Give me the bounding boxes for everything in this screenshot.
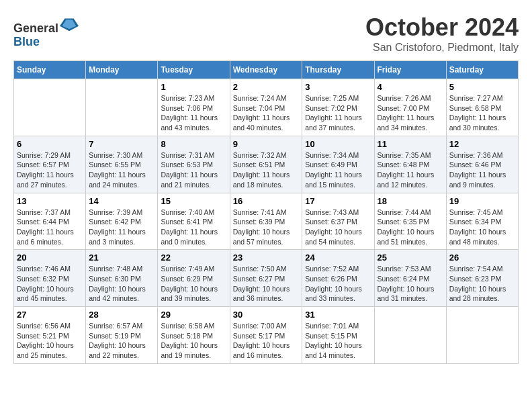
calendar-cell: 10Sunrise: 7:34 AM Sunset: 6:49 PM Dayli… bbox=[302, 136, 374, 193]
col-header-sunday: Sunday bbox=[14, 61, 86, 79]
location: San Cristoforo, Piedmont, Italy bbox=[365, 42, 519, 54]
cell-text: Sunrise: 7:00 AM Sunset: 5:17 PM Dayligh… bbox=[233, 321, 300, 361]
calendar-cell: 23Sunrise: 7:50 AM Sunset: 6:27 PM Dayli… bbox=[230, 250, 302, 307]
cell-text: Sunrise: 7:39 AM Sunset: 6:42 PM Dayligh… bbox=[89, 208, 154, 247]
calendar-cell: 18Sunrise: 7:44 AM Sunset: 6:35 PM Dayli… bbox=[374, 193, 446, 250]
cell-text: Sunrise: 7:30 AM Sunset: 6:55 PM Dayligh… bbox=[89, 150, 154, 190]
cell-text: Sunrise: 7:46 AM Sunset: 6:32 PM Dayligh… bbox=[17, 264, 83, 304]
cell-text: Sunrise: 7:25 AM Sunset: 7:02 PM Dayligh… bbox=[305, 93, 371, 133]
cell-text: Sunrise: 7:41 AM Sunset: 6:39 PM Dayligh… bbox=[233, 208, 300, 247]
day-number: 23 bbox=[233, 253, 300, 263]
cell-text: Sunrise: 7:44 AM Sunset: 6:35 PM Dayligh… bbox=[378, 208, 443, 247]
week-row-5: 27Sunrise: 6:56 AM Sunset: 5:21 PM Dayli… bbox=[14, 307, 519, 364]
cell-text: Sunrise: 7:49 AM Sunset: 6:29 PM Dayligh… bbox=[161, 264, 226, 304]
cell-text: Sunrise: 7:29 AM Sunset: 6:57 PM Dayligh… bbox=[17, 150, 83, 190]
cell-text: Sunrise: 7:35 AM Sunset: 6:48 PM Dayligh… bbox=[378, 150, 443, 190]
col-header-saturday: Saturday bbox=[446, 61, 518, 79]
day-number: 20 bbox=[17, 253, 83, 263]
calendar-cell: 21Sunrise: 7:48 AM Sunset: 6:30 PM Dayli… bbox=[86, 250, 158, 307]
day-number: 22 bbox=[161, 253, 226, 263]
day-number: 9 bbox=[233, 139, 300, 149]
calendar-cell: 22Sunrise: 7:49 AM Sunset: 6:29 PM Dayli… bbox=[158, 250, 230, 307]
logo-icon bbox=[60, 13, 79, 32]
calendar-cell: 9Sunrise: 7:32 AM Sunset: 6:51 PM Daylig… bbox=[230, 136, 302, 193]
calendar-cell: 26Sunrise: 7:54 AM Sunset: 6:23 PM Dayli… bbox=[446, 250, 518, 307]
logo: General Blue bbox=[13, 13, 79, 49]
calendar-cell bbox=[86, 79, 158, 136]
col-header-tuesday: Tuesday bbox=[158, 61, 230, 79]
day-number: 11 bbox=[378, 139, 443, 149]
calendar-cell bbox=[446, 307, 518, 364]
week-row-1: 1Sunrise: 7:23 AM Sunset: 7:06 PM Daylig… bbox=[14, 79, 519, 136]
day-number: 28 bbox=[89, 310, 154, 320]
logo-general: General bbox=[13, 21, 58, 35]
calendar-cell: 14Sunrise: 7:39 AM Sunset: 6:42 PM Dayli… bbox=[86, 193, 158, 250]
day-number: 1 bbox=[161, 82, 226, 92]
calendar-table: SundayMondayTuesdayWednesdayThursdayFrid… bbox=[13, 60, 519, 364]
cell-text: Sunrise: 7:48 AM Sunset: 6:30 PM Dayligh… bbox=[89, 264, 154, 304]
cell-text: Sunrise: 6:56 AM Sunset: 5:21 PM Dayligh… bbox=[17, 321, 83, 361]
day-number: 12 bbox=[449, 139, 515, 149]
day-number: 18 bbox=[378, 196, 443, 206]
calendar-cell: 20Sunrise: 7:46 AM Sunset: 6:32 PM Dayli… bbox=[14, 250, 86, 307]
day-number: 27 bbox=[17, 310, 83, 320]
month-title: October 2024 bbox=[365, 13, 519, 42]
calendar-cell: 6Sunrise: 7:29 AM Sunset: 6:57 PM Daylig… bbox=[14, 136, 86, 193]
day-number: 25 bbox=[378, 253, 443, 263]
day-number: 15 bbox=[161, 196, 226, 206]
calendar-cell: 30Sunrise: 7:00 AM Sunset: 5:17 PM Dayli… bbox=[230, 307, 302, 364]
calendar-cell: 24Sunrise: 7:52 AM Sunset: 6:26 PM Dayli… bbox=[302, 250, 374, 307]
cell-text: Sunrise: 7:45 AM Sunset: 6:34 PM Dayligh… bbox=[449, 208, 515, 247]
day-number: 29 bbox=[161, 310, 226, 320]
title-block: October 2024 San Cristoforo, Piedmont, I… bbox=[365, 13, 519, 54]
day-number: 14 bbox=[89, 196, 154, 206]
calendar-cell: 13Sunrise: 7:37 AM Sunset: 6:44 PM Dayli… bbox=[14, 193, 86, 250]
calendar-cell: 28Sunrise: 6:57 AM Sunset: 5:19 PM Dayli… bbox=[86, 307, 158, 364]
day-number: 17 bbox=[305, 196, 371, 206]
cell-text: Sunrise: 7:53 AM Sunset: 6:24 PM Dayligh… bbox=[378, 264, 443, 304]
calendar-cell: 19Sunrise: 7:45 AM Sunset: 6:34 PM Dayli… bbox=[446, 193, 518, 250]
day-number: 21 bbox=[89, 253, 154, 263]
calendar-cell: 31Sunrise: 7:01 AM Sunset: 5:15 PM Dayli… bbox=[302, 307, 374, 364]
calendar-cell: 27Sunrise: 6:56 AM Sunset: 5:21 PM Dayli… bbox=[14, 307, 86, 364]
day-number: 7 bbox=[89, 139, 154, 149]
calendar-cell: 29Sunrise: 6:58 AM Sunset: 5:18 PM Dayli… bbox=[158, 307, 230, 364]
calendar-cell: 7Sunrise: 7:30 AM Sunset: 6:55 PM Daylig… bbox=[86, 136, 158, 193]
day-number: 6 bbox=[17, 139, 83, 149]
page-header: General Blue October 2024 San Cristoforo… bbox=[13, 13, 519, 54]
day-number: 13 bbox=[17, 196, 83, 206]
cell-text: Sunrise: 7:40 AM Sunset: 6:41 PM Dayligh… bbox=[161, 208, 226, 247]
calendar-cell: 11Sunrise: 7:35 AM Sunset: 6:48 PM Dayli… bbox=[374, 136, 446, 193]
calendar-cell: 1Sunrise: 7:23 AM Sunset: 7:06 PM Daylig… bbox=[158, 79, 230, 136]
header-row: SundayMondayTuesdayWednesdayThursdayFrid… bbox=[14, 61, 519, 79]
calendar-cell: 15Sunrise: 7:40 AM Sunset: 6:41 PM Dayli… bbox=[158, 193, 230, 250]
calendar-cell: 16Sunrise: 7:41 AM Sunset: 6:39 PM Dayli… bbox=[230, 193, 302, 250]
col-header-friday: Friday bbox=[374, 61, 446, 79]
logo-text: General bbox=[13, 13, 79, 36]
cell-text: Sunrise: 6:58 AM Sunset: 5:18 PM Dayligh… bbox=[161, 321, 226, 361]
day-number: 19 bbox=[449, 196, 515, 206]
calendar-cell: 3Sunrise: 7:25 AM Sunset: 7:02 PM Daylig… bbox=[302, 79, 374, 136]
cell-text: Sunrise: 7:31 AM Sunset: 6:53 PM Dayligh… bbox=[161, 150, 226, 190]
day-number: 2 bbox=[233, 82, 300, 92]
calendar-cell: 25Sunrise: 7:53 AM Sunset: 6:24 PM Dayli… bbox=[374, 250, 446, 307]
day-number: 4 bbox=[378, 82, 443, 92]
col-header-monday: Monday bbox=[86, 61, 158, 79]
calendar-cell: 12Sunrise: 7:36 AM Sunset: 6:46 PM Dayli… bbox=[446, 136, 518, 193]
cell-text: Sunrise: 7:27 AM Sunset: 6:58 PM Dayligh… bbox=[449, 93, 515, 133]
day-number: 26 bbox=[449, 253, 515, 263]
cell-text: Sunrise: 7:23 AM Sunset: 7:06 PM Dayligh… bbox=[161, 93, 226, 133]
week-row-2: 6Sunrise: 7:29 AM Sunset: 6:57 PM Daylig… bbox=[14, 136, 519, 193]
calendar-cell: 2Sunrise: 7:24 AM Sunset: 7:04 PM Daylig… bbox=[230, 79, 302, 136]
cell-text: Sunrise: 7:50 AM Sunset: 6:27 PM Dayligh… bbox=[233, 264, 300, 304]
cell-text: Sunrise: 7:52 AM Sunset: 6:26 PM Dayligh… bbox=[305, 264, 371, 304]
cell-text: Sunrise: 7:26 AM Sunset: 7:00 PM Dayligh… bbox=[378, 93, 443, 133]
day-number: 30 bbox=[233, 310, 300, 320]
logo-blue: Blue bbox=[13, 36, 79, 49]
cell-text: Sunrise: 7:54 AM Sunset: 6:23 PM Dayligh… bbox=[449, 264, 515, 304]
cell-text: Sunrise: 7:34 AM Sunset: 6:49 PM Dayligh… bbox=[305, 150, 371, 190]
calendar-cell bbox=[374, 307, 446, 364]
day-number: 24 bbox=[305, 253, 371, 263]
day-number: 31 bbox=[305, 310, 371, 320]
cell-text: Sunrise: 7:01 AM Sunset: 5:15 PM Dayligh… bbox=[305, 321, 371, 361]
